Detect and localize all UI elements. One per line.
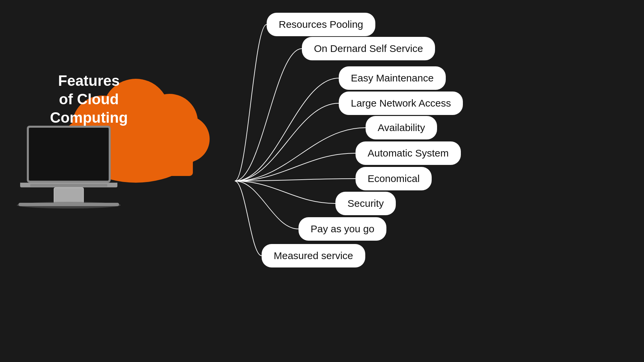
laptop-illustration [17,124,121,215]
feature-availability: Availability [366,116,437,139]
feature-on-demand: On Dernard Self Service [302,37,435,60]
feature-measured-service: Measured service [262,244,365,267]
svg-rect-9 [29,128,109,181]
feature-economical: Economical [356,167,432,190]
feature-resources-pooling: Resources Pooling [267,13,375,36]
svg-rect-15 [18,203,119,206]
feature-large-network: Large Network Access [339,92,463,115]
feature-automatic-system: Automatic System [356,141,461,165]
svg-rect-13 [54,188,83,203]
cloud-label: Features of Cloud Computing [42,71,136,127]
svg-rect-11 [30,184,107,187]
feature-easy-maintenance: Easy Maintenance [339,66,446,90]
feature-pay-as-you-go: Pay as you go [299,217,386,241]
feature-security: Security [335,192,396,215]
